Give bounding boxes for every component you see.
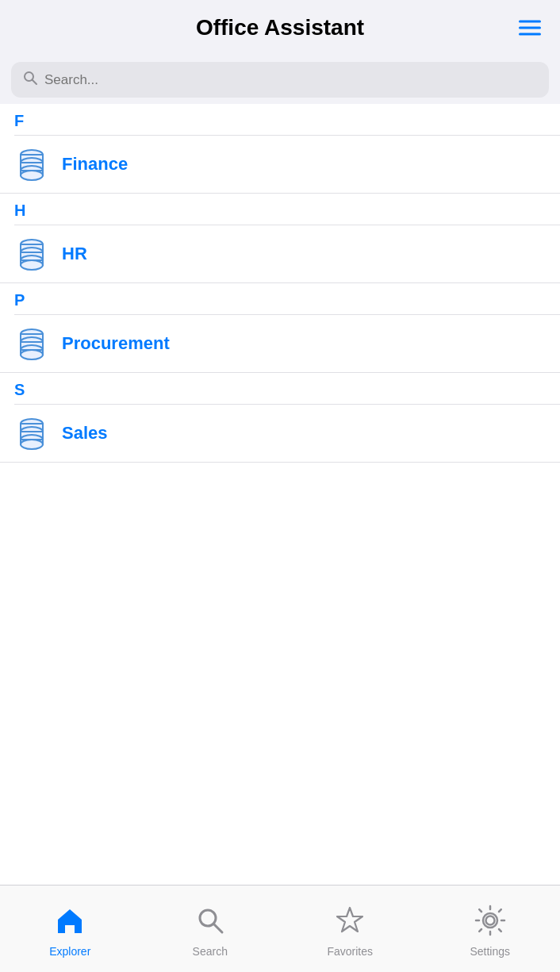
- section-header-f: F: [0, 104, 560, 135]
- tab-bar: Explorer Search Favorites Settin: [0, 885, 560, 972]
- app-title: Office Assistant: [196, 15, 364, 40]
- list-item-finance[interactable]: Finance: [0, 136, 560, 193]
- list-item-procurement[interactable]: Procurement: [0, 315, 560, 372]
- list-item-sales[interactable]: Sales: [0, 405, 560, 462]
- tab-settings-label: Settings: [470, 945, 510, 958]
- menu-button[interactable]: [516, 17, 544, 39]
- section-header-p: P: [0, 283, 560, 314]
- svg-point-8: [21, 171, 43, 180]
- db-icon-finance: [14, 147, 49, 182]
- home-icon: [53, 904, 86, 942]
- gear-icon: [474, 904, 507, 942]
- svg-line-31: [213, 924, 222, 932]
- empty-area: [0, 463, 560, 621]
- svg-point-33: [485, 916, 494, 924]
- svg-point-15: [21, 260, 43, 270]
- tab-search-label: Search: [193, 945, 228, 958]
- tab-settings[interactable]: Settings: [420, 886, 561, 972]
- search-tab-icon: [194, 904, 227, 942]
- svg-marker-32: [337, 908, 362, 932]
- search-input[interactable]: [44, 72, 538, 88]
- svg-point-22: [21, 350, 43, 359]
- tab-favorites-label: Favorites: [327, 945, 373, 958]
- hamburger-line-2: [519, 27, 541, 29]
- db-icon-hr: [14, 236, 49, 271]
- section-header-s: S: [0, 373, 560, 404]
- section-header-h: H: [0, 194, 560, 225]
- star-icon: [333, 904, 366, 942]
- app-header: Office Assistant: [0, 0, 560, 56]
- list-item-hr[interactable]: HR: [0, 225, 560, 282]
- tab-explorer[interactable]: Explorer: [0, 886, 140, 972]
- item-label-sales: Sales: [62, 423, 108, 444]
- hamburger-line-3: [519, 33, 541, 36]
- item-label-hr: HR: [62, 244, 87, 264]
- search-bar: [11, 62, 549, 98]
- tab-search[interactable]: Search: [140, 886, 281, 972]
- tab-explorer-label: Explorer: [49, 945, 90, 958]
- db-icon-procurement: [14, 326, 49, 361]
- search-icon: [22, 70, 38, 90]
- tab-favorites[interactable]: Favorites: [280, 886, 420, 972]
- svg-line-1: [33, 80, 37, 85]
- search-container: [0, 56, 560, 104]
- item-label-procurement: Procurement: [62, 333, 170, 354]
- list-content: F Finance H HR P: [0, 104, 560, 885]
- hamburger-line-1: [519, 21, 541, 23]
- item-label-finance: Finance: [62, 154, 128, 175]
- db-icon-sales: [14, 416, 49, 451]
- svg-point-29: [21, 440, 43, 449]
